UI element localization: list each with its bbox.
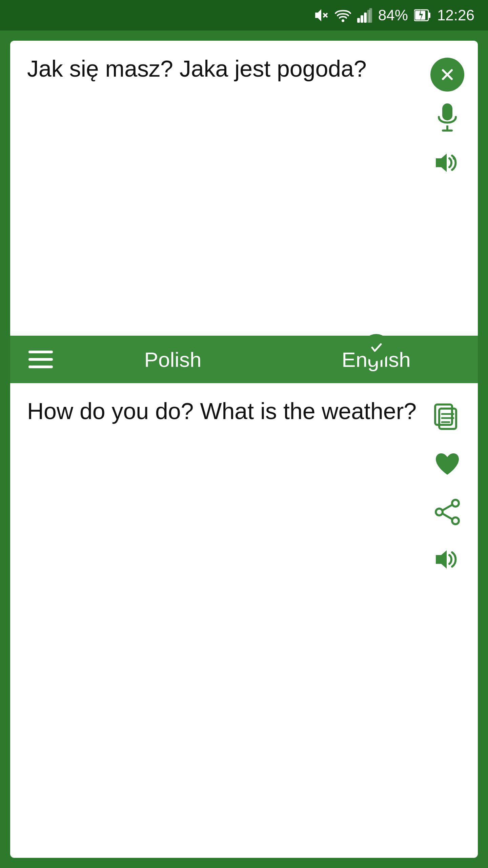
input-text[interactable]: Jak się masz? Jaka jest pogoda? <box>27 54 430 322</box>
status-icons: 84% 12:26 <box>314 7 474 24</box>
svg-rect-6 <box>364 13 367 23</box>
menu-button[interactable] <box>10 351 71 368</box>
selected-language-badge <box>363 334 390 361</box>
input-speaker-button[interactable] <box>430 146 464 180</box>
output-card: How do you do? What is the weather? <box>10 383 478 858</box>
svg-rect-8 <box>369 8 372 23</box>
input-card: Jak się masz? Jaka jest pogoda? <box>10 41 478 336</box>
battery-icon <box>414 8 431 23</box>
output-actions <box>430 397 464 844</box>
mute-icon <box>314 8 329 23</box>
svg-marker-32 <box>436 550 447 569</box>
svg-point-28 <box>452 517 459 524</box>
favorite-button[interactable] <box>430 448 464 481</box>
target-language-selector[interactable]: English <box>274 348 478 372</box>
battery-level: 84% <box>378 7 408 24</box>
language-toolbar: Polish English <box>10 336 478 383</box>
svg-marker-0 <box>315 9 321 21</box>
signal-icon <box>357 8 372 23</box>
source-language-label: Polish <box>144 348 202 372</box>
mic-button[interactable] <box>430 102 464 136</box>
svg-point-3 <box>342 19 344 22</box>
output-speaker-button[interactable] <box>430 542 464 576</box>
hamburger-icon <box>28 351 53 368</box>
clear-button[interactable] <box>430 58 464 92</box>
svg-rect-11 <box>428 13 430 18</box>
svg-rect-15 <box>442 103 452 120</box>
svg-line-30 <box>443 505 452 510</box>
output-text: How do you do? What is the weather? <box>27 397 430 844</box>
share-button[interactable] <box>430 495 464 529</box>
svg-point-29 <box>436 509 443 515</box>
svg-rect-4 <box>357 18 360 23</box>
app-container: Jak się masz? Jaka jest pogoda? <box>0 31 488 858</box>
input-actions <box>430 54 464 322</box>
source-language-selector[interactable]: Polish <box>71 348 274 372</box>
svg-point-27 <box>452 500 459 507</box>
svg-line-31 <box>443 514 452 519</box>
svg-marker-18 <box>436 154 447 172</box>
svg-rect-5 <box>361 15 363 23</box>
time-display: 12:26 <box>437 7 474 24</box>
svg-point-21 <box>369 340 384 355</box>
wifi-icon <box>335 8 351 23</box>
copy-button[interactable] <box>430 400 464 434</box>
status-bar: 84% 12:26 <box>0 0 488 31</box>
svg-point-19 <box>453 157 455 160</box>
